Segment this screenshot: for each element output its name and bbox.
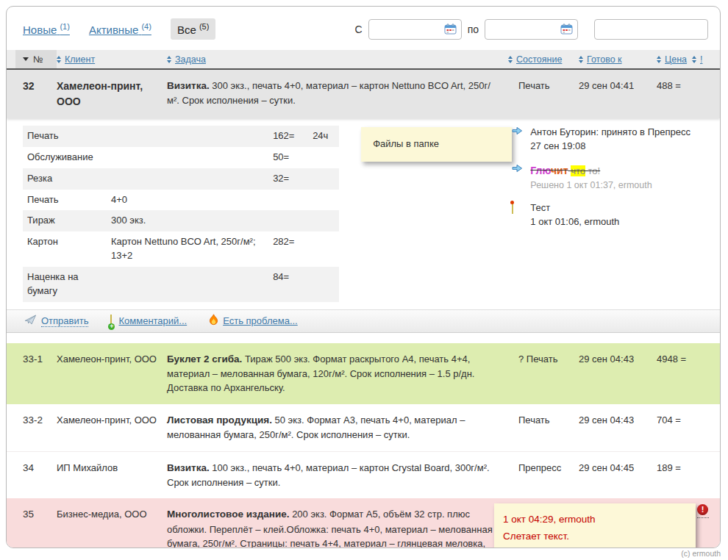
calc-row: КартонКартон Nettuno BCO Art, 250г/м²; 1…: [23, 231, 339, 267]
date-from-wrap: [368, 19, 462, 40]
order-row-32[interactable]: 32 Хамелеон-принт, ООО Визитка. 300 экз.…: [7, 70, 720, 118]
order-client: Хамелеон-принт, ООО: [57, 413, 167, 442]
order-client: ИП Михайлов: [57, 461, 167, 490]
order-client: Хамелеон-принт, ООО: [57, 79, 167, 110]
order-price: 189 =: [646, 461, 692, 490]
column-header-num[interactable]: №: [15, 50, 57, 68]
flame-icon: [209, 314, 218, 328]
order-status: Препресс: [508, 461, 579, 490]
date-to-wrap: [485, 19, 578, 40]
order-status: Печать: [508, 413, 579, 442]
calendar-icon[interactable]: [444, 24, 457, 35]
table-header: № Клиент Задача Состояние Готово к Цена …: [7, 50, 720, 70]
order-ready: 29 сен 04:41: [579, 79, 646, 110]
problem-note-meta: 1 окт 04:29, ermouth: [503, 514, 596, 525]
column-header-task[interactable]: Задача: [167, 50, 508, 68]
date-from-label: С: [355, 24, 363, 35]
problem-sticky-note: 1 окт 04:29, ermouth Слетает текст.: [494, 503, 696, 548]
sort-icon: [57, 56, 61, 63]
order-client: Бизнес-медиа, ООО: [57, 507, 167, 548]
column-header-price[interactable]: Цена: [646, 50, 692, 68]
resolved-meta: Решено 1 окт 01:37, ermouth: [530, 180, 652, 190]
order-alert-cell: [692, 352, 711, 395]
problem-note-text: Слетает текст.: [503, 531, 569, 542]
order-row-33-2[interactable]: 33-2 Хамелеон-принт, ООО Листовая продук…: [7, 404, 720, 451]
alert-dotted-underline: [697, 515, 709, 518]
order-row-35[interactable]: 35 Бизнес-медиа, ООО Многолистовое издан…: [7, 498, 720, 548]
order-status: Печать: [508, 79, 579, 110]
column-header-ready[interactable]: Готово к: [579, 50, 646, 68]
action-bar: Отправить + Комментарий... Есть проблема…: [7, 309, 720, 333]
tab-new-count: (1): [60, 22, 69, 31]
date-filters: С по: [355, 19, 709, 40]
files-sticky-note: Файлы в папке: [361, 127, 512, 162]
activity-feed: Антон Буторин: принято в Препресс27 сен …: [512, 126, 708, 239]
date-to-label: по: [468, 24, 479, 35]
sort-icon: [657, 56, 661, 63]
order-32-details: Печать162=24ч Обслуживание50= Резка32= П…: [7, 118, 720, 308]
comment-text: Тест: [530, 202, 550, 213]
tab-active[interactable]: Активные (4): [89, 22, 151, 36]
activity-time: 27 сен 19:08: [530, 140, 585, 151]
order-alert-cell: [692, 413, 711, 442]
comment-button[interactable]: + Комментарий...: [110, 315, 187, 326]
order-price: 704 =: [646, 413, 692, 442]
sort-icon: [692, 56, 696, 63]
sort-icon: [167, 56, 171, 63]
paper-plane-icon: [24, 315, 37, 327]
calc-table: Печать162=24ч Обслуживание50= Резка32= П…: [23, 126, 339, 302]
calc-row: Наценка на бумагу84=: [23, 267, 339, 302]
order-task: Визитка. 100 экз., печать 4+0, материал …: [167, 461, 508, 490]
order-id: 32: [15, 79, 57, 110]
arrow-right-icon: [512, 126, 524, 154]
order-alert-cell: [692, 461, 711, 490]
order-task: Буклет 2 сгиба. Тираж 500 экз. Формат ра…: [167, 352, 508, 395]
search-input[interactable]: [599, 21, 704, 37]
calc-row: Тираж300 экз.: [23, 210, 339, 231]
column-header-client[interactable]: Клиент: [57, 50, 167, 68]
resolved-problem-text: Глючит что то!: [530, 165, 600, 176]
order-price: 4948 =: [646, 352, 692, 395]
send-button[interactable]: Отправить: [24, 315, 88, 327]
activity-entry-comment: Тест1 окт 01:06, ermouth: [512, 201, 708, 229]
tab-active-count: (4): [141, 22, 151, 31]
order-id: 33-2: [15, 413, 57, 442]
date-from-input[interactable]: [374, 21, 444, 37]
column-header-status[interactable]: Состояние: [508, 50, 579, 68]
calc-row: Печать4+0: [23, 190, 339, 211]
tab-new[interactable]: Новые (1): [23, 22, 70, 36]
note-add-icon: +: [110, 315, 112, 326]
order-id: 33-1: [15, 352, 57, 395]
order-ready: 29 сен 04:43: [579, 352, 646, 395]
order-task: Листовая продукция. 50 экз. Формат А3, п…: [167, 413, 508, 442]
order-id: 34: [15, 461, 57, 490]
search-wrap: [594, 19, 708, 40]
date-to-input[interactable]: [490, 21, 560, 37]
order-row-34[interactable]: 34 ИП Михайлов Визитка. 100 экз., печать…: [7, 451, 720, 499]
sort-desc-icon: [23, 57, 29, 61]
order-row-33-1[interactable]: 33-1 Хамелеон-принт, ООО Буклет 2 сгиба.…: [7, 343, 720, 404]
tab-all[interactable]: Все (5): [171, 18, 215, 40]
report-problem-button[interactable]: Есть проблема...: [209, 314, 298, 328]
tab-all-count: (5): [199, 22, 209, 31]
sort-icon: [579, 56, 583, 63]
spacer: [7, 333, 720, 343]
calc-row: Печать162=24ч: [23, 126, 339, 147]
sticky-note-icon: [512, 201, 524, 229]
calendar-icon[interactable]: [560, 24, 574, 35]
problem-alert-button[interactable]: !: [697, 504, 709, 518]
sort-icon: [508, 56, 513, 63]
view-tabs: Новые (1) Активные (4) Все (5): [23, 18, 215, 40]
order-ready: 29 сен 04:45: [579, 461, 646, 490]
column-header-alert[interactable]: !: [692, 50, 711, 68]
topbar: Новые (1) Активные (4) Все (5) С по: [7, 7, 720, 50]
order-id: 35: [15, 507, 57, 548]
order-task: Визитка. 300 экз., печать 4+0, материал …: [167, 79, 508, 110]
order-task: Многолистовое издание. 200 экз. Формат А…: [167, 507, 508, 548]
calc-row: Резка32=: [23, 168, 339, 190]
order-ready: 29 сен 04:43: [579, 413, 646, 442]
order-status: ? Печать: [508, 352, 579, 395]
activity-text: Антон Буторин: принято в Препресс: [530, 126, 690, 137]
order-alert-cell: [692, 79, 711, 110]
alert-icon: !: [697, 504, 708, 515]
